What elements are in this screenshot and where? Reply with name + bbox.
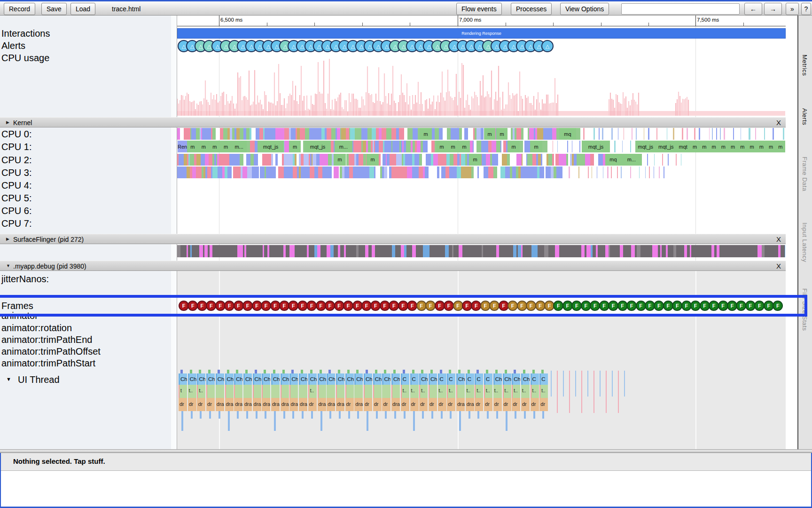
choreographer-slice[interactable]: Ch bbox=[521, 373, 530, 385]
traversal-slice[interactable]: t.. bbox=[484, 385, 492, 398]
choreographer-slice[interactable]: Ch bbox=[271, 373, 280, 385]
choreographer-slice[interactable]: Ch bbox=[289, 373, 298, 385]
draw-slice[interactable]: dr bbox=[521, 398, 530, 411]
draw-slice[interactable]: dra bbox=[456, 398, 465, 411]
traversal-slice[interactable] bbox=[289, 385, 298, 398]
choreographer-slice[interactable]: Ch bbox=[206, 373, 215, 385]
frame-dot[interactable]: F bbox=[608, 301, 618, 311]
traversal-slice[interactable]: t.. bbox=[539, 385, 548, 398]
draw-slice[interactable]: dr bbox=[447, 398, 455, 411]
traversal-slice[interactable] bbox=[216, 385, 224, 398]
traversal-slice[interactable] bbox=[318, 385, 326, 398]
draw-slice[interactable]: dra bbox=[262, 398, 270, 411]
draw-slice[interactable]: dra bbox=[271, 398, 280, 411]
draw-slice[interactable]: dra bbox=[354, 398, 363, 411]
traversal-slice[interactable]: t.. bbox=[410, 385, 419, 398]
choreographer-slice[interactable]: Ch bbox=[197, 373, 205, 385]
draw-slice[interactable]: dr bbox=[539, 398, 548, 411]
choreographer-slice[interactable]: Ch bbox=[299, 373, 307, 385]
tab-file-size-stats[interactable]: File Size Stats bbox=[801, 288, 808, 331]
draw-slice[interactable]: dr bbox=[410, 398, 419, 411]
traversal-slice[interactable]: t.. bbox=[401, 385, 409, 398]
choreographer-slice[interactable]: Ch bbox=[345, 373, 354, 385]
draw-slice[interactable]: dr bbox=[493, 398, 502, 411]
draw-slice[interactable]: dr bbox=[512, 398, 520, 411]
choreographer-slice[interactable]: Ch bbox=[512, 373, 520, 385]
traversal-slice[interactable]: t.. bbox=[438, 385, 446, 398]
choreographer-slice[interactable]: Ch bbox=[179, 373, 187, 385]
traversal-slice[interactable] bbox=[364, 385, 372, 398]
choreographer-slice[interactable]: Ch bbox=[225, 373, 234, 385]
draw-slice[interactable]: dra bbox=[289, 398, 298, 411]
choreographer-slice[interactable]: Ch bbox=[188, 373, 196, 385]
vertical-scrollbar[interactable] bbox=[786, 16, 797, 449]
draw-slice[interactable]: dr bbox=[484, 398, 492, 411]
traversal-slice[interactable] bbox=[373, 385, 382, 398]
traversal-slice[interactable]: t.. bbox=[503, 385, 511, 398]
choreographer-slice[interactable]: C bbox=[447, 373, 455, 385]
traversal-slice[interactable]: t.. bbox=[493, 385, 502, 398]
traversal-slice[interactable] bbox=[253, 385, 261, 398]
choreographer-slice[interactable]: Ch bbox=[493, 373, 502, 385]
traversal-slice[interactable] bbox=[262, 385, 270, 398]
choreographer-slice[interactable]: C bbox=[484, 373, 492, 385]
traversal-slice[interactable]: t.. bbox=[188, 385, 196, 398]
choreographer-slice[interactable]: Ch bbox=[216, 373, 224, 385]
frame-dot[interactable]: F bbox=[444, 301, 454, 311]
choreographer-slice[interactable]: Ch bbox=[253, 373, 261, 385]
frame-dot[interactable]: F bbox=[626, 301, 637, 311]
draw-slice[interactable]: dr bbox=[197, 398, 205, 411]
traversal-slice[interactable] bbox=[429, 385, 437, 398]
choreographer-slice[interactable]: Ch bbox=[234, 373, 242, 385]
tab-metrics[interactable]: Metrics bbox=[801, 55, 808, 76]
traversal-slice[interactable] bbox=[391, 385, 400, 398]
traversal-slice[interactable] bbox=[206, 385, 215, 398]
tab-frame-data[interactable]: Frame Data bbox=[801, 157, 808, 191]
draw-slice[interactable]: dra bbox=[281, 398, 289, 411]
draw-slice[interactable]: dr bbox=[475, 398, 483, 411]
draw-slice[interactable]: dra bbox=[243, 398, 252, 411]
traversal-slice[interactable]: t.. bbox=[466, 385, 474, 398]
choreographer-slice[interactable]: C bbox=[539, 373, 548, 385]
draw-slice[interactable]: dra bbox=[336, 398, 344, 411]
choreographer-slice[interactable]: Ch bbox=[382, 373, 390, 385]
choreographer-slice[interactable]: Ch bbox=[456, 373, 465, 385]
traversal-slice[interactable] bbox=[336, 385, 344, 398]
traversal-slice[interactable] bbox=[281, 385, 289, 398]
choreographer-slice[interactable]: C bbox=[475, 373, 483, 385]
traversal-slice[interactable]: t.. bbox=[308, 385, 317, 398]
tab-input-latency[interactable]: Input Latency bbox=[801, 222, 808, 262]
choreographer-slice[interactable]: Ch bbox=[327, 373, 335, 385]
traversal-slice[interactable]: t.. bbox=[521, 385, 530, 398]
choreographer-slice[interactable]: Ch bbox=[281, 373, 289, 385]
traversal-slice[interactable] bbox=[456, 385, 465, 398]
draw-slice[interactable]: dr bbox=[438, 398, 446, 411]
choreographer-slice[interactable]: Ch bbox=[318, 373, 326, 385]
traversal-slice[interactable]: t.. bbox=[512, 385, 520, 398]
choreographer-slice[interactable]: C bbox=[401, 373, 409, 385]
traversal-slice[interactable] bbox=[243, 385, 252, 398]
choreographer-slice[interactable]: Cho bbox=[262, 373, 270, 385]
panel-splitter[interactable] bbox=[0, 449, 812, 453]
draw-slice[interactable]: dr bbox=[382, 398, 390, 411]
choreographer-slice[interactable]: C bbox=[466, 373, 474, 385]
draw-slice[interactable]: dra bbox=[253, 398, 261, 411]
draw-slice[interactable]: dra bbox=[391, 398, 400, 411]
traversal-slice[interactable]: t.. bbox=[447, 385, 455, 398]
draw-slice[interactable]: dr bbox=[419, 398, 428, 411]
choreographer-slice[interactable]: Cho bbox=[308, 373, 317, 385]
choreographer-slice[interactable]: Ch bbox=[503, 373, 511, 385]
choreographer-slice[interactable]: Cho bbox=[243, 373, 252, 385]
choreographer-slice[interactable]: C bbox=[438, 373, 446, 385]
draw-slice[interactable]: dr bbox=[401, 398, 409, 411]
traversal-slice[interactable] bbox=[345, 385, 354, 398]
choreographer-slice[interactable]: C bbox=[531, 373, 539, 385]
draw-slice[interactable]: dr bbox=[179, 398, 187, 411]
traversal-slice[interactable] bbox=[234, 385, 242, 398]
traversal-slice[interactable] bbox=[225, 385, 234, 398]
draw-slice[interactable]: dra bbox=[234, 398, 242, 411]
traversal-slice[interactable] bbox=[354, 385, 363, 398]
draw-slice[interactable]: dr bbox=[206, 398, 215, 411]
draw-slice[interactable]: dra bbox=[466, 398, 474, 411]
draw-slice[interactable]: dr bbox=[364, 398, 372, 411]
